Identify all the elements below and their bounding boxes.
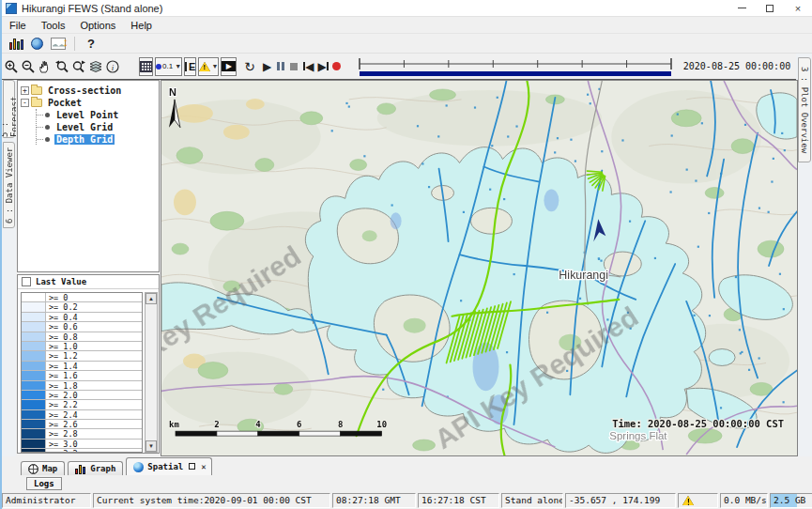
- legend-color-swatch: [22, 371, 46, 379]
- contour-icon: E: [185, 62, 195, 71]
- legend-row[interactable]: >= 2.4: [22, 410, 142, 420]
- tree-node-pocket[interactable]: - Pocket: [21, 97, 159, 108]
- spatial-map[interactable]: API Key Required API Key Required Hikura…: [161, 80, 798, 456]
- timeline-slider[interactable]: [354, 55, 678, 78]
- tab-spatial[interactable]: Spatial ✕: [126, 457, 211, 475]
- undock-button[interactable]: [189, 462, 195, 471]
- menu-file[interactable]: File: [2, 20, 34, 31]
- bottom-tab-bar: Map Graph Spatial ✕: [16, 456, 812, 475]
- zoom-previous-button[interactable]: [54, 57, 69, 76]
- status-memory[interactable]: 2.5 GB: [770, 493, 812, 508]
- legend-row[interactable]: >= 2.0: [22, 391, 142, 400]
- export-animation-button[interactable]: ▶: [221, 57, 237, 76]
- tab-graph[interactable]: Graph: [68, 461, 123, 475]
- legend-row[interactable]: >= 3.2: [22, 449, 142, 453]
- legend-row[interactable]: >= 1.4: [22, 362, 142, 371]
- menu-tools[interactable]: Tools: [34, 20, 73, 31]
- timeline-period-bar: [360, 71, 671, 76]
- map-display-icon[interactable]: [31, 38, 43, 50]
- app-icon: [6, 3, 17, 14]
- legend-threshold-label: >= 2.4: [46, 410, 78, 419]
- legend-color-swatch: [22, 351, 46, 360]
- stop-icon: [290, 63, 298, 70]
- tab-plot-overview[interactable]: 3 : Plot Overview: [798, 57, 811, 162]
- zoom-next-button[interactable]: [71, 57, 86, 76]
- pan-hand-icon[interactable]: [38, 57, 53, 76]
- legend-panel: Last Value >= 0>= 0.2>= 0.4>= 0.6>= 0.8>…: [17, 274, 160, 454]
- data-editor-icon[interactable]: [51, 38, 66, 50]
- close-button[interactable]: ×: [784, 0, 812, 16]
- tab-map[interactable]: Map: [21, 461, 65, 475]
- map-canvas[interactable]: API Key Required API Key Required Hikura…: [161, 81, 797, 455]
- tree-node-cross-section[interactable]: + Cross-section: [21, 85, 159, 96]
- step-forward-button[interactable]: ▶: [318, 57, 329, 76]
- close-tab-button[interactable]: ✕: [201, 462, 206, 471]
- legend-row[interactable]: >= 2.8: [22, 429, 142, 439]
- tab-data-viewer[interactable]: 6 : Data Viewer: [3, 142, 15, 228]
- tab-forecast[interactable]: 5 : Forecast: [3, 80, 15, 138]
- legend-color-swatch: [22, 313, 46, 321]
- scroll-up-icon[interactable]: ▲: [146, 293, 157, 304]
- legend-row[interactable]: >= 1.8: [22, 381, 142, 391]
- globe-icon: [28, 464, 38, 474]
- contour-label-button[interactable]: E: [184, 57, 196, 76]
- menu-options[interactable]: Options: [72, 20, 123, 31]
- status-network: 0.0 MB/s: [720, 493, 768, 508]
- svg-text:2: 2: [214, 420, 219, 429]
- legend-threshold-label: >= 2.8: [46, 429, 78, 438]
- last-value-checkbox[interactable]: [22, 277, 31, 286]
- legend-row[interactable]: >= 2.2: [22, 400, 142, 409]
- layers-icon[interactable]: [88, 57, 103, 76]
- step-back-button[interactable]: ◀: [303, 57, 314, 76]
- minimize-button[interactable]: [728, 0, 756, 16]
- stop-button[interactable]: [290, 57, 298, 76]
- info-button[interactable]: i: [105, 57, 120, 76]
- legend-color-swatch: [22, 449, 46, 453]
- classbreaks-value: 0.1: [162, 62, 173, 70]
- zoom-in-button[interactable]: [4, 57, 19, 76]
- grid-toggle-button[interactable]: [139, 57, 153, 76]
- maximize-button[interactable]: [756, 0, 784, 16]
- legend-row[interactable]: >= 1.2: [22, 351, 142, 361]
- zoom-out-button[interactable]: [21, 57, 36, 76]
- legend-color-swatch: [22, 440, 46, 448]
- title-bar[interactable]: Hikurangi FEWS (Stand alone) ×: [2, 0, 812, 17]
- layers-tree[interactable]: + Cross-section - Pocket Level Point Lev…: [17, 80, 160, 272]
- expand-icon[interactable]: +: [21, 86, 29, 95]
- legend-threshold-label: >= 3.2: [46, 449, 78, 453]
- status-warning[interactable]: [678, 493, 718, 508]
- legend-row[interactable]: >= 3.0: [22, 440, 142, 449]
- classbreaks-dropdown[interactable]: 0.1 ▼: [155, 57, 182, 76]
- legend-threshold-label: >= 2.6: [46, 420, 78, 428]
- timeline-date-label: 2020-08-25 00:00:00 CST: [683, 61, 812, 71]
- legend-list[interactable]: >= 0>= 0.2>= 0.4>= 0.6>= 0.8>= 1.0>= 1.2…: [21, 292, 143, 453]
- collapse-icon[interactable]: -: [21, 99, 29, 107]
- legend-row[interactable]: >= 1.0: [22, 342, 142, 351]
- scroll-down-icon[interactable]: ▼: [146, 440, 157, 452]
- legend-row[interactable]: >= 0.6: [22, 322, 142, 332]
- menu-help[interactable]: Help: [123, 20, 160, 31]
- play-button[interactable]: ▶: [263, 57, 271, 76]
- help-button[interactable]: ?: [87, 37, 95, 51]
- record-button[interactable]: [332, 57, 341, 76]
- pause-button[interactable]: [277, 57, 284, 76]
- legend-row[interactable]: >= 0.8: [22, 332, 142, 342]
- legend-row[interactable]: >= 2.6: [22, 420, 142, 429]
- legend-color-swatch: [22, 391, 46, 399]
- place-label-hikurangi: Hikurangi: [559, 269, 608, 282]
- legend-row[interactable]: >= 0.4: [22, 313, 142, 322]
- database-icon[interactable]: [9, 38, 23, 50]
- logs-button[interactable]: Logs: [26, 477, 62, 490]
- legend-row[interactable]: >= 1.6: [22, 371, 142, 380]
- legend-row[interactable]: >= 0: [22, 293, 142, 302]
- status-gmt-time: 08:27:18 GMT: [332, 493, 416, 508]
- legend-row[interactable]: >= 0.2: [22, 302, 142, 312]
- animation-settings-button[interactable]: ↻: [244, 57, 255, 76]
- tree-node-depth-grid[interactable]: Depth Grid: [37, 133, 159, 145]
- tree-node-level-point[interactable]: Level Point: [37, 109, 159, 120]
- tree-node-level-grid[interactable]: Level Grid: [37, 121, 159, 132]
- thresholds-dropdown[interactable]: ▼: [198, 57, 219, 76]
- globe-icon: [133, 462, 144, 472]
- legend-scrollbar[interactable]: ▲ ▼: [145, 292, 158, 453]
- movie-icon: ▶: [222, 61, 236, 71]
